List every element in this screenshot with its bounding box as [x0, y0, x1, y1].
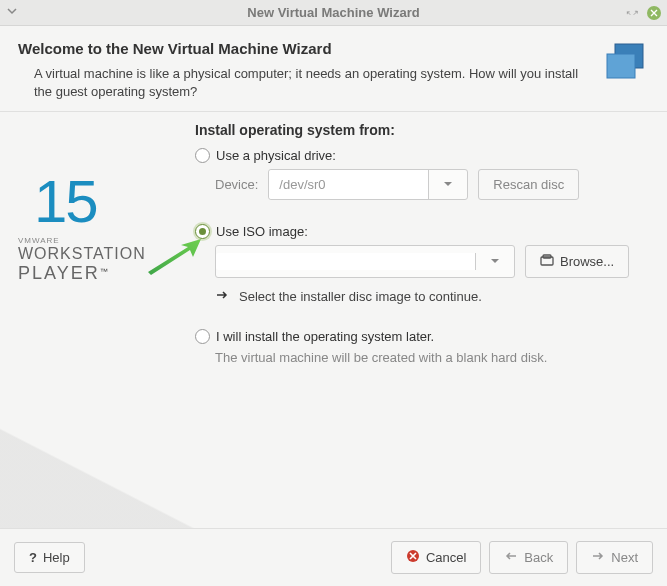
device-value: /dev/sr0 — [269, 170, 429, 199]
arrow-right-icon — [215, 288, 229, 305]
wizard-header: Welcome to the New Virtual Machine Wizar… — [0, 26, 667, 112]
radio-later-label[interactable]: I will install the operating system late… — [216, 329, 434, 344]
cancel-icon — [406, 549, 420, 566]
svg-rect-1 — [607, 54, 635, 78]
section-heading: Install operating system from: — [195, 122, 649, 138]
cancel-button[interactable]: Cancel — [391, 541, 481, 574]
back-button[interactable]: Back — [489, 541, 568, 574]
wizard-footer: ? Help Cancel Back Next — [0, 528, 667, 586]
logo-product-line2: PLAYER — [18, 263, 100, 283]
browse-button[interactable]: Browse... — [525, 245, 629, 278]
iso-path-combo[interactable] — [215, 245, 515, 278]
logo-version: 15 — [34, 172, 185, 232]
page-title: Welcome to the New Virtual Machine Wizar… — [18, 40, 585, 57]
rescan-disc-button[interactable]: Rescan disc — [478, 169, 579, 200]
trademark-icon: ™ — [100, 267, 108, 276]
folder-icon — [540, 253, 554, 270]
radio-install-later[interactable] — [195, 329, 210, 344]
later-hint: The virtual machine will be created with… — [215, 350, 649, 365]
arrow-left-icon — [504, 549, 518, 566]
wizard-content: 15 VMWARE WORKSTATION PLAYER™ Install op… — [0, 112, 667, 528]
help-icon: ? — [29, 550, 37, 565]
decorative-triangle — [0, 428, 195, 528]
radio-physical-drive[interactable] — [195, 148, 210, 163]
help-button[interactable]: ? Help — [14, 542, 85, 573]
close-icon[interactable] — [647, 6, 661, 20]
logo-product-line1: WORKSTATION — [18, 245, 185, 263]
wizard-window: New Virtual Machine Wizard Welcome to th… — [0, 0, 667, 586]
option-install-later: I will install the operating system late… — [195, 329, 649, 365]
iso-path-value[interactable] — [216, 253, 476, 270]
radio-iso-image[interactable] — [195, 224, 210, 239]
iso-hint: Select the installer disc image to conti… — [239, 289, 482, 304]
titlebar: New Virtual Machine Wizard — [0, 0, 667, 26]
option-physical-drive: Use a physical drive: Device: /dev/sr0 R… — [195, 148, 649, 200]
vm-icon — [601, 40, 649, 88]
radio-physical-label[interactable]: Use a physical drive: — [216, 148, 336, 163]
device-label: Device: — [215, 177, 258, 192]
device-combo[interactable]: /dev/sr0 — [268, 169, 468, 200]
options-panel: Install operating system from: Use a phy… — [195, 112, 667, 528]
page-description: A virtual machine is like a physical com… — [34, 65, 585, 101]
chevron-down-icon[interactable] — [429, 170, 467, 199]
next-button[interactable]: Next — [576, 541, 653, 574]
radio-iso-label[interactable]: Use ISO image: — [216, 224, 308, 239]
window-menu-icon[interactable] — [6, 5, 18, 20]
arrow-right-icon — [591, 549, 605, 566]
option-iso-image: Use ISO image: Browse... — [195, 224, 649, 305]
chevron-down-icon[interactable] — [476, 247, 514, 276]
maximize-icon[interactable] — [625, 6, 639, 20]
product-logo-panel: 15 VMWARE WORKSTATION PLAYER™ — [0, 112, 195, 528]
window-title: New Virtual Machine Wizard — [0, 5, 667, 20]
logo-vendor: VMWARE — [18, 236, 185, 245]
